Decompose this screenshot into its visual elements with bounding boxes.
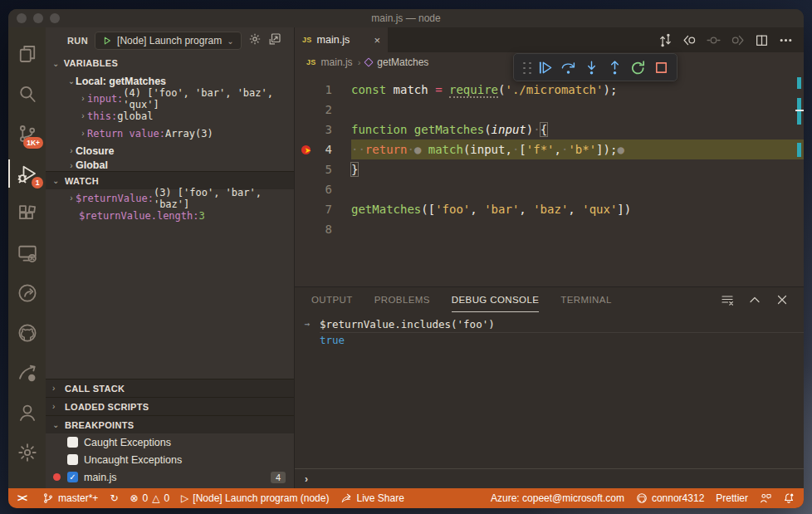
variable-row[interactable]: ›input: (4) ['foo', 'bar', 'baz', 'qux']: [46, 90, 294, 107]
tab-bar: JS main.js ×: [295, 27, 804, 52]
variable-row[interactable]: ›Closure: [46, 142, 294, 159]
watch-title: WATCH: [65, 176, 99, 186]
more-actions-icon[interactable]: [777, 32, 794, 48]
split-editor-icon[interactable]: [753, 32, 770, 48]
launch-config-dropdown[interactable]: [Node] Launch program ⌄: [95, 32, 241, 50]
continue-button[interactable]: [533, 56, 556, 79]
code-line[interactable]: 2: [295, 100, 804, 120]
section-header-breakpoints[interactable]: ⌄BREAKPOINTS: [46, 415, 294, 433]
activity-item-remote-explorer[interactable]: [8, 233, 46, 273]
open-debug-console-icon[interactable]: [268, 32, 281, 49]
variable-row[interactable]: ›Return value: Array(3): [46, 125, 294, 142]
chevron-icon: ⌄: [67, 76, 76, 86]
panel-tab-debug-console[interactable]: DEBUG CONSOLE: [452, 287, 540, 312]
code-line[interactable]: 8: [295, 219, 804, 239]
close-panel-icon[interactable]: [775, 293, 789, 306]
close-tab-icon[interactable]: ×: [374, 34, 380, 47]
maximize-panel-icon[interactable]: [748, 293, 761, 306]
section-header-call-stack[interactable]: ›CALL STACK: [46, 379, 294, 397]
launch-config-name[interactable]: [Node] Launch program: [117, 35, 222, 47]
variable-row[interactable]: ›Global: [46, 159, 294, 171]
step-over-button[interactable]: [556, 56, 580, 79]
debug-launch-status[interactable]: ▷[Node] Launch program (node): [175, 488, 335, 508]
scope-name: Local: getMatches: [76, 76, 166, 87]
step-into-button[interactable]: [580, 56, 603, 79]
breakpoint-row[interactable]: Uncaught Exceptions: [46, 451, 294, 468]
watch-value: 3: [199, 210, 205, 222]
panel-tab-terminal[interactable]: TERMINAL: [560, 287, 611, 312]
git-branch-status[interactable]: master*+: [37, 488, 104, 508]
breakpoint-checkbox[interactable]: [67, 437, 78, 448]
section-header-loaded-scripts[interactable]: ›LOADED SCRIPTS: [46, 397, 294, 415]
activity-item-settings[interactable]: [8, 433, 46, 472]
step-out-button[interactable]: [603, 56, 626, 79]
section-title: CALL STACK: [65, 384, 125, 394]
chevron-icon: ›: [79, 111, 87, 120]
breakpoint-label: Caught Exceptions: [84, 437, 171, 448]
panel-tab-output[interactable]: OUTPUT: [311, 287, 353, 312]
breakpoint-row[interactable]: ✓main.js4: [46, 468, 294, 486]
activity-item-live-share[interactable]: [8, 273, 46, 313]
remote-indicator[interactable]: ><: [12, 488, 37, 508]
breadcrumb-symbol[interactable]: getMatches: [377, 56, 428, 68]
code-line[interactable]: 7getMatches(['foo', 'bar', 'baz', 'qux']…: [295, 199, 804, 219]
continue-forward-icon[interactable]: [729, 32, 746, 48]
titlebar[interactable]: main.js — node: [8, 9, 804, 27]
activity-item-source-control[interactable]: 1K+: [8, 114, 46, 154]
code-line[interactable]: 6: [295, 179, 804, 199]
restart-button[interactable]: [626, 56, 649, 79]
live-share-button[interactable]: Live Share: [335, 488, 409, 508]
prettier-status[interactable]: Prettier: [710, 488, 754, 508]
watch-expression: $returnValue.length:: [79, 210, 199, 222]
github-account-status[interactable]: connor4312: [630, 488, 710, 508]
section-title: BREAKPOINTS: [65, 420, 134, 430]
debug-console-input[interactable]: ›: [295, 468, 804, 488]
breakpoint-row[interactable]: Caught Exceptions: [46, 433, 294, 451]
variables-section-header[interactable]: ⌄ VARIABLES: [46, 54, 56, 72]
liveshare-small-icon: [340, 492, 352, 504]
code-line[interactable]: 4➤··return·● match(input,·['f*',·'b*']);…: [295, 140, 804, 159]
feedback-button[interactable]: [754, 488, 777, 508]
activity-item-gitlens[interactable]: [8, 353, 46, 393]
stop-button[interactable]: [649, 56, 673, 79]
clear-console-icon[interactable]: [721, 293, 734, 306]
breakpoint-count-badge: 4: [271, 472, 286, 483]
activity-item-search[interactable]: [8, 74, 46, 114]
compare-changes-icon[interactable]: [657, 32, 673, 48]
sync-button[interactable]: ↻: [104, 488, 124, 508]
variable-value: Array(3): [165, 128, 213, 140]
chevron-icon: ⌄: [52, 420, 61, 429]
chevron-icon: ›: [52, 384, 61, 393]
start-debug-icon[interactable]: [102, 36, 112, 46]
watch-row[interactable]: ›$returnValue: (3) ['foo', 'bar', 'baz']: [46, 189, 294, 207]
activity-item-accounts[interactable]: [8, 393, 46, 433]
code-editor[interactable]: 1const match = require('./micromatch');2…: [295, 72, 804, 286]
extensions-icon: [17, 203, 37, 223]
activity-item-github[interactable]: [8, 313, 46, 353]
panel-tab-problems[interactable]: PROBLEMS: [374, 287, 430, 312]
code-line[interactable]: 1const match = require('./micromatch');: [295, 80, 804, 100]
problems-status[interactable]: ⊗0△0: [124, 488, 175, 508]
tab-title[interactable]: main.js: [317, 34, 369, 46]
breadcrumb-file[interactable]: main.js: [321, 56, 353, 68]
activity-item-extensions[interactable]: [8, 193, 46, 233]
breakpoint-checkbox[interactable]: ✓: [67, 472, 78, 482]
toolbar-drag-handle[interactable]: [520, 60, 531, 75]
reverse-continue-icon[interactable]: [681, 32, 697, 48]
tab-main-js[interactable]: JS main.js ×: [295, 27, 388, 52]
debug-console-output[interactable]: →$returnValue.includes('foo')true: [295, 312, 804, 468]
activity-item-run-and-debug[interactable]: 1: [8, 154, 46, 193]
section-title: LOADED SCRIPTS: [65, 402, 149, 412]
azure-account-status[interactable]: Azure: copeet@microsoft.com: [485, 488, 630, 508]
code-line[interactable]: 5}: [295, 159, 804, 179]
line-number: 5: [295, 159, 351, 179]
notifications-bell[interactable]: [777, 488, 800, 508]
breakpoint-checkbox[interactable]: [67, 454, 78, 465]
activity-item-explorer[interactable]: [8, 34, 46, 74]
breadcrumb-separator: ›: [358, 57, 361, 67]
line-number: 6: [295, 179, 351, 199]
debug-sidebar: RUN [Node] Launch program ⌄ ⌄ VARIABLES …: [46, 27, 295, 488]
configure-gear-icon[interactable]: [248, 32, 262, 49]
record-icon[interactable]: [705, 32, 722, 48]
code-line[interactable]: 3function getMatches(input)·{: [295, 120, 804, 140]
